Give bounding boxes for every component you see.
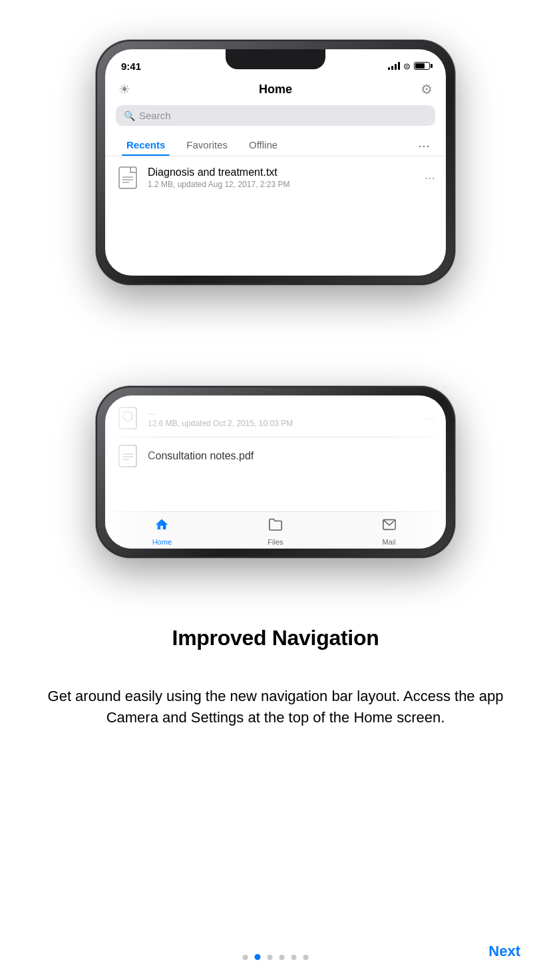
- pagination-dots: [243, 954, 309, 960]
- app-tab-files: Files: [249, 517, 302, 546]
- dot-0: [243, 955, 248, 960]
- file-row-1: Diagnosis and treatment.txt 1.2 MB, upda…: [105, 156, 446, 199]
- phone-mockup-2: ··· 12.6 MB, updated Oct 2, 2015, 10:03 …: [96, 386, 455, 558]
- file-name-partial: Consultation notes.pdf: [148, 450, 435, 462]
- files-tab-icon: [268, 517, 283, 536]
- dot-3: [279, 955, 285, 960]
- wifi-icon: ⊜: [403, 61, 411, 71]
- home-tab-icon: [154, 517, 169, 536]
- app-tab-mail: Mail: [363, 517, 416, 546]
- file-row-partial-top: ··· 12.6 MB, updated Oct 2, 2015, 10:03 …: [105, 395, 446, 437]
- file-name-1: Diagnosis and treatment.txt: [148, 166, 417, 178]
- search-bar: 🔍 Search: [116, 105, 435, 126]
- status-time: 9:41: [121, 61, 141, 72]
- dot-5: [303, 955, 309, 960]
- file-info-1: Diagnosis and treatment.txt 1.2 MB, upda…: [148, 166, 417, 189]
- app-tab-home: Home: [135, 517, 188, 546]
- signal-icon: [388, 62, 400, 70]
- page-description: Get around easily using the new navigati…: [27, 686, 524, 728]
- dot-4: [291, 955, 297, 960]
- tab-recents: Recents: [116, 135, 176, 156]
- tab-offline: Offline: [238, 135, 288, 156]
- nav-bar: ☀ Home ⚙: [105, 79, 446, 103]
- phone-mockup-1: 9:41 ⊜ ☀ Home ⚙: [96, 40, 455, 285]
- file-row-partial-bottom: Consultation notes.pdf: [105, 437, 446, 475]
- file-icon: [116, 163, 140, 192]
- svg-rect-4: [119, 407, 136, 429]
- file-meta-partial: 12.6 MB, updated Oct 2, 2015, 10:03 PM: [148, 419, 417, 428]
- app-tab-bar: Home Files: [105, 511, 446, 549]
- dot-2: [268, 955, 273, 960]
- search-placeholder: Search: [139, 110, 171, 121]
- svg-rect-6: [119, 445, 136, 467]
- phone-notch: [226, 49, 325, 69]
- next-button[interactable]: Next: [482, 936, 527, 967]
- mail-tab-icon: [382, 517, 397, 536]
- camera-icon: ☀: [118, 81, 130, 97]
- file-meta-1: 1.2 MB, updated Aug 12, 2017, 2:23 PM: [148, 180, 417, 189]
- search-icon: 🔍: [124, 111, 135, 121]
- settings-icon: ⚙: [421, 81, 433, 97]
- nav-title: Home: [259, 83, 292, 97]
- battery-icon: [414, 62, 430, 70]
- dot-1: [255, 954, 261, 960]
- tab-favorites: Favorites: [176, 135, 238, 156]
- svg-rect-0: [119, 167, 136, 188]
- status-icons: ⊜: [388, 61, 430, 71]
- file-more-icon: ⋯: [425, 172, 435, 184]
- page-title: Improved Navigation: [0, 626, 551, 650]
- tabs-more-icon: ⋯: [413, 136, 435, 156]
- tabs-row: Recents Favorites Offline ⋯: [105, 132, 446, 156]
